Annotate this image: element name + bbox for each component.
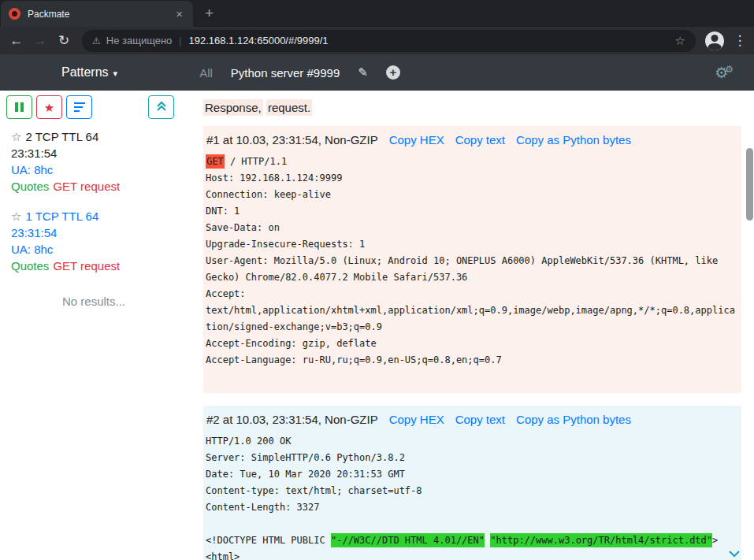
packet-line: Save-Data: on: [206, 220, 740, 236]
forward-icon[interactable]: →: [28, 33, 52, 49]
packet-body: HTTP/1.0 200 OKServer: SimpleHTTP/0.6 Py…: [206, 433, 740, 560]
bookmark-star-icon[interactable]: ☆: [675, 34, 685, 48]
scroll-to-bottom-button[interactable]: [728, 547, 744, 558]
capture-tags: QuotesGET request: [11, 258, 183, 274]
packet-line: DNT: 1: [206, 203, 740, 220]
sidebar: ★ ☆2 TCP TTL 6423:31:54UA: 8hcQuotesGET …: [0, 91, 188, 560]
browser-chrome: Packmate × + ← → ↻ ⚠ Не защищено | 192.1…: [0, 0, 754, 54]
text-segment: DNT: 1: [206, 206, 240, 217]
tab-python-server[interactable]: Python server #9999: [231, 66, 340, 80]
text-segment: >: [712, 535, 718, 546]
filter-button[interactable]: [66, 95, 92, 119]
text-segment: Accept-Encoding: gzip, deflate: [206, 338, 377, 349]
text-segment: Host: 192.168.1.124:9999: [206, 172, 342, 184]
packet-line: [206, 516, 740, 532]
url-divider: |: [179, 35, 181, 46]
packet-list: #1 at 10.03, 23:31:54, Non-GZIPCopy HEXC…: [203, 126, 741, 560]
match-highlight-green: "-//W3C//DTD HTML 4.01//EN": [331, 533, 485, 547]
packet-line: Accept: text/html,application/xhtml+xml,…: [206, 286, 740, 336]
url-text[interactable]: 192.168.1.124:65000/#/9999/1: [188, 35, 668, 46]
gear-small-icon: ⚙: [725, 64, 734, 75]
favorites-filter-button[interactable]: ★: [36, 95, 62, 119]
favorite-star-icon[interactable]: ☆: [11, 130, 21, 143]
copy-python-bytes-link[interactable]: Copy as Python bytes: [516, 133, 631, 146]
app-navbar: Patterns▾ All Python server #9999 ✎ + ⚙⚙: [0, 54, 754, 91]
text-segment: / HTTP/1.1: [225, 156, 287, 167]
capture-title: 1 TCP TTL 64: [25, 210, 98, 223]
packet-line: Content-type: text/html; charset=utf-8: [206, 483, 740, 499]
app-body: ★ ☆2 TCP TTL 6423:31:54UA: 8hcQuotesGET …: [0, 91, 754, 560]
text-segment: User-Agent: Mozilla/5.0 (Linux; Android …: [206, 255, 723, 283]
pattern-tag: Quotes: [11, 259, 49, 273]
packet-meta: #2 at 10.03, 23:31:54, Non-GZIP: [206, 413, 378, 426]
not-secure-warning-icon[interactable]: ⚠: [92, 35, 101, 46]
profile-avatar[interactable]: [705, 32, 724, 50]
tab-title: Packmate: [28, 9, 173, 20]
capture-user-agent: UA: 8hc: [11, 241, 183, 258]
packet-line: <!DOCTYPE HTML PUBLIC "-//W3C//DTD HTML …: [206, 532, 740, 549]
packet-line: HTTP/1.0 200 OK: [206, 433, 740, 450]
capture-tags: QuotesGET request: [11, 178, 183, 195]
browser-menu-icon[interactable]: ⋮: [732, 32, 748, 49]
packet-body: GET / HTTP/1.1Host: 192.168.1.124:9999Co…: [206, 154, 740, 385]
copy-text-link[interactable]: Copy text: [455, 413, 505, 426]
packet-line: GET / HTTP/1.1: [206, 154, 740, 170]
collapse-all-button[interactable]: [148, 95, 174, 119]
capture-time: 23:31:54: [11, 145, 183, 161]
packmate-favicon: [9, 8, 20, 20]
packet-line: Accept-Encoding: gzip, deflate: [206, 336, 740, 352]
browser-tab[interactable]: Packmate ×: [1, 1, 193, 27]
browser-toolbar: ← → ↻ ⚠ Не защищено | 192.168.1.124:6500…: [0, 27, 754, 54]
packet-line: Host: 192.168.1.124:9999: [206, 170, 740, 187]
pattern-tag: GET request: [53, 259, 120, 273]
pattern-tag: GET request: [53, 180, 120, 193]
patterns-dropdown[interactable]: Patterns▾: [61, 65, 117, 80]
text-segment: Upgrade-Insecure-Requests: 1: [206, 239, 365, 250]
pause-icon: [15, 102, 24, 112]
text-segment: <!DOCTYPE HTML PUBLIC: [206, 535, 331, 546]
filter-lines-icon: [74, 102, 85, 112]
text-segment: Date: Tue, 10 Mar 2020 20:31:53 GMT: [206, 469, 405, 480]
copy-python-bytes-link[interactable]: Copy as Python bytes: [516, 413, 631, 426]
address-bar[interactable]: ⚠ Не защищено | 192.168.1.124:65000/#/99…: [82, 30, 696, 52]
packet-card-request: #1 at 10.03, 23:31:54, Non-GZIPCopy HEXC…: [203, 126, 741, 393]
text-segment: Save-Data: on: [206, 222, 280, 233]
scrollbar-thumb[interactable]: [746, 148, 753, 221]
copy-hex-link[interactable]: Copy HEX: [389, 133, 444, 146]
match-highlight-rose: request.: [266, 99, 312, 116]
packet-meta: #1 at 10.03, 23:31:54, Non-GZIP: [206, 133, 378, 146]
pause-capture-button[interactable]: [6, 95, 32, 119]
settings-gears-icon[interactable]: ⚙⚙: [715, 64, 734, 82]
packet-line: User-Agent: Mozilla/5.0 (Linux; Android …: [206, 253, 740, 286]
text-segment: HTTP/1.0 200 OK: [206, 436, 291, 447]
packet-header: #2 at 10.03, 23:31:54, Non-GZIPCopy HEXC…: [206, 413, 740, 426]
capture-user-agent: UA: 8hc: [11, 161, 183, 178]
caret-down-icon: ▾: [113, 69, 118, 78]
copy-hex-link[interactable]: Copy HEX: [389, 413, 444, 426]
tab-bar: Packmate × +: [0, 0, 754, 27]
new-tab-icon[interactable]: +: [205, 5, 214, 22]
pattern-tag: Quotes: [11, 180, 49, 193]
favorite-star-icon[interactable]: ☆: [11, 210, 21, 223]
tab-close-icon[interactable]: ×: [173, 7, 185, 20]
add-pattern-icon[interactable]: +: [386, 65, 400, 80]
copy-text-link[interactable]: Copy text: [455, 133, 505, 146]
capture-item[interactable]: ☆1 TCP TTL 6423:31:54UA: 8hcQuotesGET re…: [11, 208, 183, 274]
packet-line: [206, 369, 740, 385]
capture-time: 23:31:54: [11, 224, 183, 241]
capture-title: 2 TCP TTL 64: [25, 130, 98, 143]
edit-pattern-icon[interactable]: ✎: [358, 65, 368, 80]
packet-line: Content-Length: 3327: [206, 499, 740, 516]
capture-item[interactable]: ☆2 TCP TTL 6423:31:54UA: 8hcQuotesGET re…: [11, 128, 183, 195]
text-segment: Content-type: text/html; charset=utf-8: [206, 485, 422, 496]
tab-all[interactable]: All: [199, 66, 213, 80]
packet-line: Server: SimpleHTTP/0.6 Python/3.8.2: [206, 450, 740, 466]
pattern-tabs: All Python server #9999 ✎ +: [199, 65, 400, 80]
match-highlight-red: GET: [206, 154, 225, 169]
packet-line: Date: Tue, 10 Mar 2020 20:31:53 GMT: [206, 466, 740, 483]
packet-line: Connection: keep-alive: [206, 187, 740, 203]
reload-icon[interactable]: ↻: [52, 32, 76, 49]
double-chevron-up-icon: [156, 101, 167, 114]
text-segment: Connection: keep-alive: [206, 189, 331, 200]
back-icon[interactable]: ←: [5, 33, 28, 49]
